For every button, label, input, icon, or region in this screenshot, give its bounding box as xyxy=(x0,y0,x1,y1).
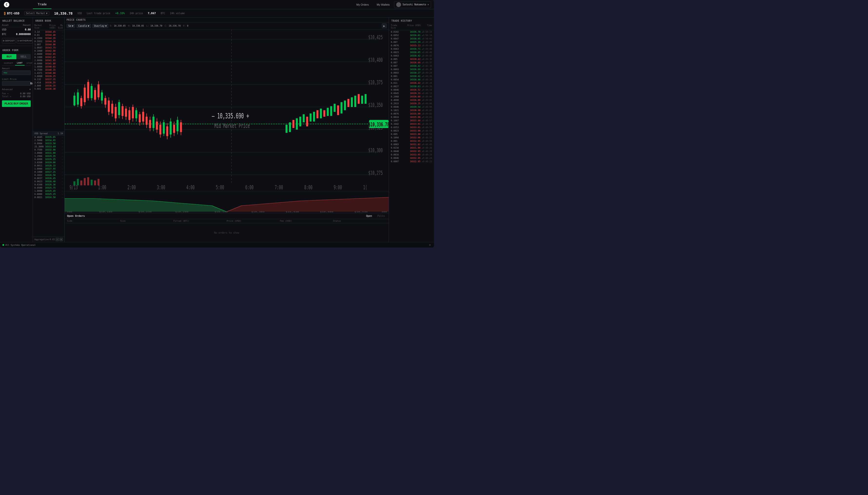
th-price-header: Price (USD) xyxy=(402,24,421,29)
open-orders-panel: Open Orders Open Fills Side Size Filled … xyxy=(65,213,389,242)
svg-rect-94 xyxy=(80,181,82,185)
trade-history-title: Trade History xyxy=(389,18,434,23)
candlestick-chart[interactable]: $10,425 $10,400 $10,375 $10,350 $10,325 … xyxy=(65,30,389,191)
charts-toolbar: 5m ▼ Candle ▼ Overlay ▼ O: 10,338.05 H: … xyxy=(65,22,389,30)
list-item: 0.7599 10332.90 - xyxy=(33,148,64,152)
svg-rect-114 xyxy=(333,104,335,112)
list-item: 0.4000 10336.80 ↗ 9:49:06 xyxy=(389,98,434,102)
list-item: 0.0046 10332.95 ↗ 9:48:24 xyxy=(389,156,434,160)
sell-tab[interactable]: SELL xyxy=(16,54,31,59)
chart-type-select[interactable]: Candle ▼ xyxy=(77,24,91,28)
svg-rect-101 xyxy=(289,122,291,132)
trade-history-panel: Trade History Trade Size Price (USD) Tim… xyxy=(389,18,434,242)
max-button[interactable]: Max xyxy=(4,72,7,74)
my-orders-button[interactable]: My Orders xyxy=(353,2,372,7)
list-item: 0.0093 10338.27 ↗ 9:49:28 xyxy=(389,71,434,74)
list-item: 0.1022 10326.50 - xyxy=(33,174,64,177)
svg-rect-104 xyxy=(299,117,301,126)
order-form-section: Order Form BUY SELL MARKET LIMIT STOP Am… xyxy=(0,47,33,242)
svg-rect-105 xyxy=(303,114,305,122)
market-select[interactable]: Select Market ▼ xyxy=(24,11,49,15)
ohlcv-display: O: 10,338.05 H: 10,338.05 L: 10,336.78 C… xyxy=(110,24,380,27)
list-item: 2.0000 10341.95 - xyxy=(33,59,64,62)
svg-text:$10,330: $10,330 xyxy=(214,211,228,213)
wallet-amount-usd: 0.00 xyxy=(12,27,33,32)
svg-text:4:00: 4:00 xyxy=(186,184,195,191)
limit-price-input[interactable] xyxy=(4,82,33,85)
list-item: 0.1667 10333.60 ↗ 9:48:57 xyxy=(389,119,434,122)
svg-text:$10,275: $10,275 xyxy=(368,170,382,176)
price-charts-title: Price Charts xyxy=(67,18,86,21)
svg-rect-98 xyxy=(94,181,96,185)
agg-decrease-button[interactable]: − xyxy=(55,238,59,241)
timeframe-select[interactable]: 5m ▼ xyxy=(67,24,75,28)
open-orders-fills-tab[interactable]: Fills xyxy=(376,214,386,218)
volume-24h: 7,867 xyxy=(148,12,156,15)
list-item: 1.007 10344.00 - xyxy=(33,43,64,46)
svg-rect-113 xyxy=(330,106,332,116)
list-item: 0.0093 10336.69 ↗ 9:49:30 xyxy=(389,68,434,71)
limit-price-input-row[interactable]: USD xyxy=(2,81,31,86)
open-orders-open-tab[interactable]: Open xyxy=(365,214,374,218)
list-item: 1.0000 10340.65 - xyxy=(33,65,64,68)
deposit-icon: ⊕ xyxy=(3,39,5,42)
overlay-select[interactable]: Overlay ▼ xyxy=(93,24,108,28)
svg-rect-122 xyxy=(361,96,363,104)
my-wallets-button[interactable]: My Wallets xyxy=(373,2,393,7)
depth-chart: -300 $10,180 $10,230 $10,280 $10,330 $10… xyxy=(65,191,389,213)
withdraw-button[interactable]: ⊙ WITHDRAW xyxy=(17,38,33,44)
svg-rect-96 xyxy=(87,177,89,185)
advanced-toggle[interactable]: Advanced ▼ xyxy=(0,87,33,91)
list-item: 0.4045 10335.05 - xyxy=(33,136,64,139)
list-item: 3.0000 10331.00 - xyxy=(33,152,64,155)
svg-rect-100 xyxy=(285,125,288,133)
buy-tab[interactable]: BUY xyxy=(2,54,16,59)
charts-panel: Price Charts 5m ▼ Candle ▼ Overlay ▼ O: … xyxy=(65,18,389,242)
amount-input[interactable] xyxy=(9,71,33,74)
list-item: 0.0024 10335.00 ↗ 9:49:01 xyxy=(389,116,434,119)
trade-history-rows: 0.0102 10336.78 ↗ 9:50:15 0.0952 10336.8… xyxy=(389,30,434,242)
ob-ask-rows: 3.14 10344.45 - 0.01 10344.40 - 0.2999 1… xyxy=(33,30,64,131)
list-item: 2.5000 10334.95 - xyxy=(33,139,64,142)
agg-buttons: − + xyxy=(55,238,63,241)
amount-field: Amount Max BTC xyxy=(2,67,31,75)
order-book-title: Order Book xyxy=(33,18,64,23)
limit-order-tab[interactable]: LIMIT xyxy=(15,61,24,66)
svg-rect-118 xyxy=(347,99,349,107)
wallet-table: Asset Amount USD 0.00 BTC 0.00000000 xyxy=(0,23,33,36)
list-item: 0.1000 10342.90 - xyxy=(33,49,64,52)
svg-rect-93 xyxy=(77,179,79,185)
market-order-tab[interactable]: MARKET xyxy=(2,61,15,66)
list-item: 1.0000 10327.95 - xyxy=(33,167,64,171)
username: Satoshi Nakamoto xyxy=(403,3,426,6)
settings-icon[interactable]: ⚙ xyxy=(428,243,431,247)
limit-price-label: Limit Price xyxy=(2,78,31,80)
chart-scroll-right-button[interactable]: ▶ xyxy=(382,23,387,28)
svg-rect-95 xyxy=(84,178,86,185)
nav-tab-trade[interactable]: Trade xyxy=(33,0,51,9)
wallet-asset-btc: BTC xyxy=(0,32,12,36)
list-item: 0.001 10332.95 ↗ 9:48:50 xyxy=(389,139,434,143)
svg-text:8:00: 8:00 xyxy=(304,184,313,191)
amount-input-row[interactable]: Max BTC xyxy=(2,70,31,75)
stop-order-tab[interactable]: STOP xyxy=(24,61,33,66)
list-item: 0.001 10338.42 ↗ 9:49:26 xyxy=(389,74,434,78)
svg-text:3:00: 3:00 xyxy=(157,184,165,191)
svg-rect-92 xyxy=(73,181,75,185)
user-area[interactable]: Satoshi Nakamoto ▼ xyxy=(394,1,431,8)
svg-text:6:00: 6:00 xyxy=(245,184,253,191)
list-item: 0.0984 10333.50 - xyxy=(33,142,64,145)
list-item: 6.0000 10325.25 - xyxy=(33,193,64,196)
last-price: 10,336.78 xyxy=(54,12,73,15)
deposit-button[interactable]: ⊕ DEPOSIT xyxy=(2,38,16,44)
svg-rect-120 xyxy=(354,96,356,107)
svg-text:2:00: 2:00 xyxy=(128,184,136,191)
ob-aggregation: Aggregation 0.05 − + xyxy=(33,237,64,242)
svg-rect-116 xyxy=(341,102,343,113)
svg-rect-97 xyxy=(91,180,93,185)
agg-increase-button[interactable]: + xyxy=(60,238,63,241)
place-order-button[interactable]: PLACE BUY ORDER xyxy=(2,100,31,107)
wallet-row-usd: USD 0.00 xyxy=(0,27,33,32)
wallet-row-btc: BTC 0.00000000 xyxy=(0,32,33,36)
open-orders-table-header: Side Size Filled (BTC) Price (USD) Fee (… xyxy=(65,219,389,223)
